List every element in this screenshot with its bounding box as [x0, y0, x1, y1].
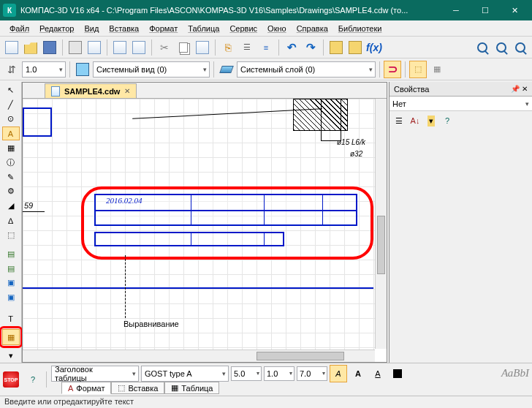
tool-arrow[interactable]: ↖ [2, 83, 20, 97]
tool-line[interactable]: ╱ [2, 98, 20, 112]
tool-table[interactable]: ▦ [2, 329, 20, 345]
tool-more[interactable]: ▾ [2, 349, 20, 363]
prop-btn-help[interactable]: ? [441, 114, 454, 127]
menu-file[interactable]: Файл [4, 23, 34, 34]
menu-service[interactable]: Сервис [224, 23, 262, 34]
lib-button-2[interactable] [346, 39, 364, 56]
tool-params[interactable]: ⚙ [2, 185, 20, 199]
btab-insert-label: Вставка [128, 384, 158, 393]
tool-measure[interactable]: ◢ [2, 199, 20, 213]
cut-button[interactable]: ✂ [156, 39, 173, 56]
zoom-fit-button[interactable] [512, 39, 529, 56]
italic-button[interactable]: А [330, 365, 347, 382]
drawing-canvas[interactable]: ø15 L6/k ø32 2016.02.04 59 Выравнивание [23, 99, 387, 362]
color-button[interactable] [389, 365, 406, 382]
tool-dimension[interactable]: A [2, 126, 20, 140]
tool-info[interactable]: ⓘ [2, 156, 20, 170]
preview-button[interactable] [86, 39, 103, 56]
width-field[interactable]: 7.0 [297, 366, 327, 381]
spacing-field[interactable]: 1.0 [264, 366, 294, 381]
pin-icon[interactable]: 📌 ✕ [511, 85, 528, 93]
section-dropdown[interactable]: Заголовок таблицы [51, 366, 139, 382]
undo-button[interactable]: ↶ [283, 39, 300, 56]
tool-text[interactable]: T [2, 311, 20, 325]
ortho-button[interactable]: ⬚ [409, 61, 427, 78]
state-button[interactable]: ⇵ [3, 61, 20, 78]
properties-button[interactable]: ☰ [238, 39, 256, 56]
menu-table[interactable]: Таблица [183, 23, 224, 34]
vars-button[interactable]: ≡ [257, 39, 275, 56]
menu-insert[interactable]: Вставка [104, 23, 144, 34]
stop-button[interactable]: STOP [3, 371, 19, 388]
hscrollbar[interactable] [23, 350, 375, 362]
lib-button-1[interactable] [327, 39, 345, 56]
btab-table[interactable]: ▦Таблица [164, 382, 219, 394]
menu-help[interactable]: Справка [292, 23, 333, 34]
btab-insert[interactable]: ⬚Вставка [111, 382, 164, 394]
fontsize-value: 5.0 [234, 369, 245, 378]
menu-format[interactable]: Формат [144, 23, 183, 34]
prop-btn-1[interactable]: ☰ [392, 114, 406, 127]
bottom-propbar: STOP ? Заголовок таблицы GOST type A 5.0… [0, 363, 532, 396]
btab-format[interactable]: AФормат [61, 382, 111, 394]
tool-select[interactable]: ⬚ [2, 228, 20, 242]
help-button[interactable]: ? [24, 371, 42, 388]
tool-construct[interactable]: ∆ [2, 214, 20, 227]
font-dropdown[interactable]: GOST type A [141, 366, 229, 382]
zoom-out-button[interactable] [493, 39, 510, 56]
paste-button[interactable] [194, 39, 211, 56]
bold-button[interactable]: А [349, 365, 367, 382]
properties-filter[interactable]: Нет [390, 97, 532, 111]
doc-props-button[interactable] [111, 39, 129, 56]
tool-hatch[interactable]: ▦ [2, 141, 20, 155]
tool-spec3[interactable]: ▣ [2, 276, 20, 290]
close-button[interactable]: ✕ [500, 0, 529, 20]
style-preview: АаBbI [501, 367, 529, 379]
save-button[interactable] [41, 39, 58, 56]
menu-libraries[interactable]: Библиотеки [333, 23, 387, 34]
fontsize-field[interactable]: 5.0 [231, 366, 262, 381]
open-button[interactable] [22, 39, 39, 56]
prop-btn-3[interactable]: ▾ [425, 114, 438, 127]
hscroll-thumb[interactable] [256, 352, 344, 360]
doc-settings-button[interactable] [130, 39, 148, 56]
views-button[interactable] [74, 61, 91, 78]
document-tab[interactable]: SAMPLE4.cdw ✕ [45, 83, 137, 98]
menu-view[interactable]: Вид [79, 23, 104, 34]
redo-button[interactable]: ↷ [302, 39, 319, 56]
tool-spec4[interactable]: ▣ [2, 290, 20, 304]
vscrollbar[interactable] [375, 99, 387, 349]
view-dropdown[interactable]: Системный вид (0) [93, 61, 210, 78]
fx-button[interactable]: f(x) [365, 39, 383, 56]
main-toolbar: ✂ ⎘ ☰ ≡ ↶ ↷ f(x) [0, 37, 532, 58]
copy-props-button[interactable]: ⎘ [219, 39, 237, 56]
underline-button[interactable]: А [369, 365, 387, 382]
grid-button[interactable]: ▦ [428, 61, 446, 78]
prop-btn-2[interactable]: A↓ [408, 114, 422, 127]
close-tab-icon[interactable]: ✕ [124, 87, 130, 95]
tool-edit[interactable]: ✎ [2, 170, 20, 184]
menu-editor[interactable]: Редактор [34, 23, 79, 34]
dim-1: ø15 L6/k [337, 138, 365, 146]
menu-window[interactable]: Окно [262, 23, 292, 34]
copy-button[interactable] [175, 39, 192, 56]
doctab-bar: SAMPLE4.cdw ✕ [23, 83, 387, 99]
tool-spec1[interactable]: ▤ [2, 247, 20, 261]
minimize-button[interactable]: ─ [441, 0, 471, 20]
new-button[interactable] [3, 39, 20, 56]
layers-button[interactable] [218, 61, 235, 78]
maximize-button[interactable]: ☐ [471, 0, 500, 20]
properties-title-label: Свойства [394, 85, 429, 94]
scale-dropdown[interactable]: 1.0 [22, 61, 66, 78]
width-value: 7.0 [300, 369, 311, 378]
date-cell-text: 2016.02.04 [106, 196, 142, 205]
tool-point[interactable]: ⊙ [2, 113, 20, 126]
tool-spec2[interactable]: ▤ [2, 262, 20, 276]
layer-dropdown[interactable]: Системный слой (0) [237, 61, 376, 78]
zoom-in-button[interactable] [474, 39, 491, 56]
vscroll-thumb[interactable] [377, 216, 385, 274]
snap-button[interactable]: ⊃ [384, 61, 401, 78]
print-button[interactable] [66, 39, 84, 56]
spacing-value: 1.0 [267, 369, 278, 378]
title-table-2[interactable] [94, 232, 284, 246]
